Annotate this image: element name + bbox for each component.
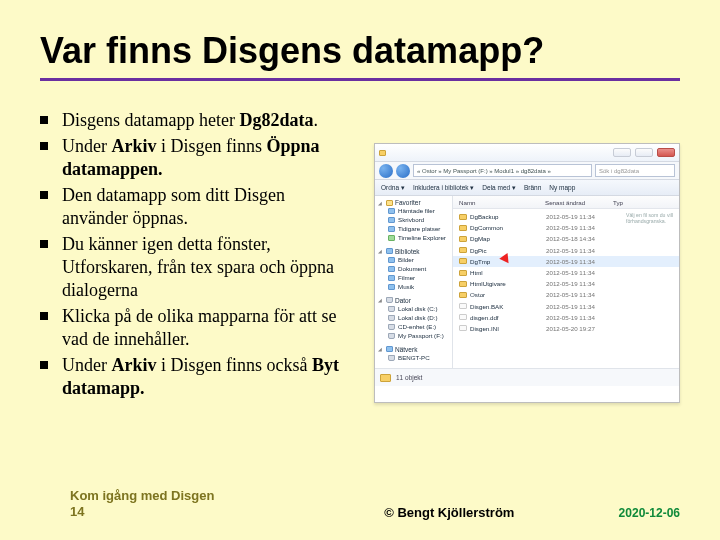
nav-item[interactable]: Hämtade filer [378,207,449,216]
col-type[interactable]: Typ [613,199,679,206]
bullet-item: Klicka på de olika mapparna för att se v… [62,305,350,351]
back-button[interactable] [379,164,393,178]
address-bar-row: « Ostor » My Passport (F:) » Modul1 » dg… [375,162,679,180]
file-icon [459,325,467,331]
drive-icon [388,315,395,321]
folder-icon [459,258,467,264]
folder-icon [459,225,467,231]
search-input[interactable]: Sök i dg82data [595,164,675,177]
nav-item[interactable]: Skrivbord [378,216,449,225]
title-rule [40,78,680,81]
footer-left: Kom igång med Disgen14 [70,488,280,521]
toolbar-organize[interactable]: Ordna ▾ [381,184,405,192]
nav-item[interactable]: Tidigare platser [378,225,449,234]
folder-icon [459,270,467,276]
maximize-button[interactable] [635,148,653,157]
nav-libraries[interactable]: Bibliotek [378,248,449,255]
close-button[interactable] [657,148,675,157]
file-list-pane: Namn Senast ändrad Typ DgBackup2012-05-1… [453,196,679,368]
file-row[interactable]: DgTmp2012-05-19 11:34 [453,256,679,267]
nav-item[interactable]: BENGT-PC [378,354,449,363]
explorer-window: « Ostor » My Passport (F:) » Modul1 » dg… [374,143,680,403]
screenshot-area: « Ostor » My Passport (F:) » Modul1 » dg… [358,109,680,403]
toolbar-include[interactable]: Inkludera i bibliotek ▾ [413,184,474,192]
nav-favorites[interactable]: Favoriter [378,199,449,206]
file-row[interactable]: HtmlUtgivare2012-05-19 11:34 [453,278,679,289]
bullet-item: Disgens datamapp heter Dg82data. [62,109,350,132]
nav-item[interactable]: Timeline Explorer [378,234,449,243]
file-row[interactable]: Disgen.INI2012-05-20 19:27 [453,323,679,334]
pictures-icon [388,257,395,263]
file-row[interactable]: Disgen.BAK2012-05-19 11:34 [453,301,679,312]
bullet-item: Under Arkiv i Disgen finns Öppna datamap… [62,135,350,181]
nav-item[interactable]: Bilder [378,256,449,265]
star-icon [386,200,393,206]
file-icon [459,314,467,320]
folder-icon [380,374,391,382]
file-row[interactable]: Ostor2012-05-19 11:34 [453,289,679,300]
folder-icon [379,150,386,156]
status-bar: 11 objekt [375,368,679,386]
desktop-icon [388,217,395,223]
col-name[interactable]: Namn [453,199,545,206]
folder-icon [388,208,395,214]
folder-icon [459,292,467,298]
file-row[interactable]: DgPic2012-05-19 11:34 [453,245,679,256]
folder-icon [459,236,467,242]
cd-icon [388,324,395,330]
footer-date: 2020-12-06 [619,506,680,520]
documents-icon [388,266,395,272]
bullet-item: Under Arkiv i Disgen finns också Byt dat… [62,354,350,400]
bullet-item: Du känner igen detta fönster, Utforskare… [62,233,350,302]
nav-item[interactable]: Lokal disk (C:) [378,305,449,314]
nav-item[interactable]: Dokument [378,265,449,274]
breadcrumb[interactable]: « Ostor » My Passport (F:) » Modul1 » dg… [413,164,592,177]
computer-icon [386,297,393,303]
folder-icon [459,214,467,220]
explorer-body: Favoriter Hämtade filer Skrivbord Tidiga… [375,196,679,368]
folder-icon [459,281,467,287]
library-icon [386,248,393,254]
nav-item[interactable]: CD-enhet (E:) [378,323,449,332]
file-row[interactable]: Html2012-05-19 11:34 [453,267,679,278]
nav-item[interactable]: Musik [378,283,449,292]
forward-button[interactable] [396,164,410,178]
toolbar-burn[interactable]: Bränn [524,184,541,191]
nav-network[interactable]: Nätverk [378,346,449,353]
nav-item[interactable]: Filmer [378,274,449,283]
status-text: 11 objekt [396,374,422,381]
bullet-item: Den datamapp som ditt Disgen använder öp… [62,184,350,230]
toolbar: Ordna ▾ Inkludera i bibliotek ▾ Dela med… [375,180,679,196]
col-date[interactable]: Senast ändrad [545,199,613,206]
footer-copyright: © Bengt Kjöllerström [280,505,619,520]
footer: Kom igång med Disgen14 © Bengt Kjöllerst… [0,488,720,521]
slide-title: Var finns Disgens datamapp? [40,30,680,72]
app-icon [388,235,395,241]
network-icon [386,346,393,352]
nav-item[interactable]: Lokal disk (D:) [378,314,449,323]
drive-icon [388,306,395,312]
toolbar-share[interactable]: Dela med ▾ [482,184,516,192]
recent-icon [388,226,395,232]
file-rows: DgBackup2012-05-19 11:34 DgCommon2012-05… [453,209,679,368]
ext-drive-icon [388,333,395,339]
content-row: Disgens datamapp heter Dg82data. Under A… [40,109,680,403]
file-row[interactable]: disgen.ddf2012-05-19 11:34 [453,312,679,323]
file-row[interactable]: DgMap2012-05-18 14:34 [453,233,679,244]
nav-computer[interactable]: Dator [378,297,449,304]
nav-pane: Favoriter Hämtade filer Skrivbord Tidiga… [375,196,453,368]
file-icon [459,303,467,309]
window-titlebar [375,144,679,162]
folder-icon [459,247,467,253]
music-icon [388,284,395,290]
minimize-button[interactable] [613,148,631,157]
bullet-list: Disgens datamapp heter Dg82data. Under A… [40,109,350,403]
column-headers: Namn Senast ändrad Typ [453,196,679,209]
toolbar-newfolder[interactable]: Ny mapp [549,184,575,191]
nav-item[interactable]: My Passport (F:) [378,332,449,341]
videos-icon [388,275,395,281]
pc-icon [388,355,395,361]
preview-hint: Välj en fil som du vill förhandsgranska. [626,213,676,225]
